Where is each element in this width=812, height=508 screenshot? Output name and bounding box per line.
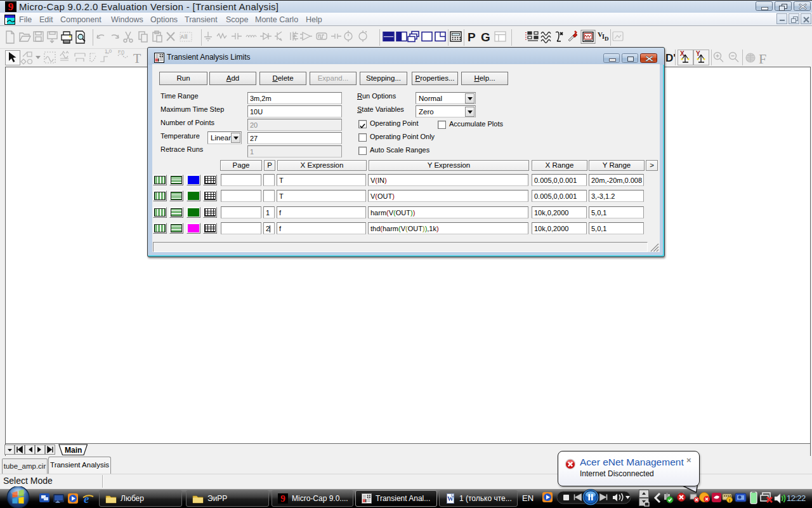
svg-text:e: e	[84, 492, 89, 505]
svg-text:!: !	[729, 498, 731, 504]
svg-text:D: D	[605, 36, 609, 42]
svg-text:Main: Main	[65, 446, 82, 455]
svg-text:All: All	[180, 34, 188, 40]
svg-text:F(): F()	[118, 49, 125, 55]
svg-text:1.0: 1.0	[105, 48, 112, 54]
svg-text:F: F	[759, 51, 766, 67]
svg-text:T: T	[133, 51, 141, 65]
svg-text:D': D'	[665, 52, 676, 64]
svg-text:P: P	[468, 30, 476, 44]
svg-text:G: G	[481, 30, 490, 44]
svg-text:W: W	[447, 495, 454, 502]
